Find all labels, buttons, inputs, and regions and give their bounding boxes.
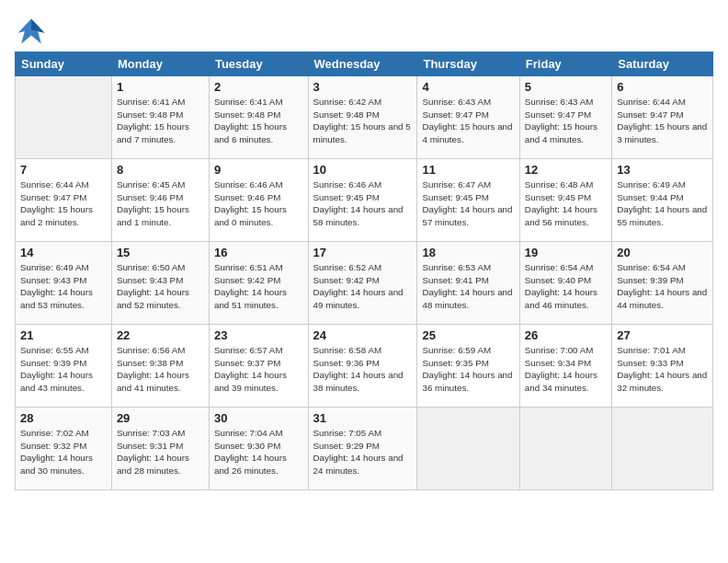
day-detail: Sunrise: 6:54 AMSunset: 9:40 PMDaylight:… xyxy=(525,261,607,312)
day-detail: Sunrise: 7:02 AMSunset: 9:32 PMDaylight:… xyxy=(20,427,107,477)
day-number: 15 xyxy=(117,246,204,259)
day-detail: Sunrise: 6:47 AMSunset: 9:45 PMDaylight:… xyxy=(422,178,514,229)
calendar-cell: 11 Sunrise: 6:47 AMSunset: 9:45 PMDaylig… xyxy=(417,159,519,242)
day-number: 6 xyxy=(617,80,708,94)
calendar-cell: 12 Sunrise: 6:48 AMSunset: 9:45 PMDaylig… xyxy=(519,159,611,242)
day-detail: Sunrise: 6:58 AMSunset: 9:36 PMDaylight:… xyxy=(313,344,413,395)
calendar-cell: 8 Sunrise: 6:45 AMSunset: 9:46 PMDayligh… xyxy=(111,159,209,242)
day-detail: Sunrise: 6:49 AMSunset: 9:43 PMDaylight:… xyxy=(20,261,107,312)
day-detail: Sunrise: 6:44 AMSunset: 9:47 PMDaylight:… xyxy=(20,178,107,229)
day-number: 16 xyxy=(214,246,303,259)
day-number: 20 xyxy=(617,246,708,259)
calendar-cell: 22 Sunrise: 6:56 AMSunset: 9:38 PMDaylig… xyxy=(111,325,209,408)
weekday-header: Friday xyxy=(519,52,611,76)
calendar-week-row: 14 Sunrise: 6:49 AMSunset: 9:43 PMDaylig… xyxy=(16,242,713,325)
day-number: 22 xyxy=(117,328,204,342)
day-number: 17 xyxy=(313,246,413,259)
calendar-cell: 7 Sunrise: 6:44 AMSunset: 9:47 PMDayligh… xyxy=(16,159,112,242)
day-detail: Sunrise: 7:03 AMSunset: 9:31 PMDaylight:… xyxy=(117,427,204,477)
calendar-cell: 25 Sunrise: 6:59 AMSunset: 9:35 PMDaylig… xyxy=(417,325,519,408)
day-number: 3 xyxy=(313,80,413,94)
calendar-cell: 1 Sunrise: 6:41 AMSunset: 9:48 PMDayligh… xyxy=(111,76,209,159)
calendar-week-row: 28 Sunrise: 7:02 AMSunset: 9:32 PMDaylig… xyxy=(16,408,713,490)
calendar-cell: 10 Sunrise: 6:46 AMSunset: 9:45 PMDaylig… xyxy=(308,159,417,242)
logo-icon xyxy=(15,15,48,48)
day-detail: Sunrise: 6:42 AMSunset: 9:48 PMDaylight:… xyxy=(313,96,413,146)
calendar-cell: 23 Sunrise: 6:57 AMSunset: 9:37 PMDaylig… xyxy=(209,325,308,408)
day-detail: Sunrise: 6:43 AMSunset: 9:47 PMDaylight:… xyxy=(525,96,607,146)
day-number: 13 xyxy=(617,163,708,177)
day-detail: Sunrise: 7:04 AMSunset: 9:30 PMDaylight:… xyxy=(214,427,303,477)
day-detail: Sunrise: 6:48 AMSunset: 9:45 PMDaylight:… xyxy=(525,178,607,229)
day-number: 9 xyxy=(214,163,303,177)
day-detail: Sunrise: 6:44 AMSunset: 9:47 PMDaylight:… xyxy=(617,96,708,146)
day-number: 28 xyxy=(20,411,107,425)
calendar-week-row: 7 Sunrise: 6:44 AMSunset: 9:47 PMDayligh… xyxy=(16,159,713,242)
calendar-cell: 4 Sunrise: 6:43 AMSunset: 9:47 PMDayligh… xyxy=(417,76,519,159)
calendar-cell: 5 Sunrise: 6:43 AMSunset: 9:47 PMDayligh… xyxy=(519,76,611,159)
calendar-cell: 18 Sunrise: 6:53 AMSunset: 9:41 PMDaylig… xyxy=(417,242,519,325)
weekday-header: Monday xyxy=(111,52,209,76)
day-number: 12 xyxy=(525,163,607,177)
page-header xyxy=(15,15,713,48)
day-number: 4 xyxy=(422,80,514,94)
day-number: 11 xyxy=(422,163,514,177)
day-number: 29 xyxy=(117,411,204,425)
calendar-cell: 3 Sunrise: 6:42 AMSunset: 9:48 PMDayligh… xyxy=(308,76,417,159)
day-detail: Sunrise: 6:51 AMSunset: 9:42 PMDaylight:… xyxy=(214,261,303,312)
day-number: 25 xyxy=(422,328,514,342)
calendar-cell: 29 Sunrise: 7:03 AMSunset: 9:31 PMDaylig… xyxy=(111,408,209,490)
calendar-week-row: 1 Sunrise: 6:41 AMSunset: 9:48 PMDayligh… xyxy=(16,76,713,159)
calendar-cell: 2 Sunrise: 6:41 AMSunset: 9:48 PMDayligh… xyxy=(209,76,308,159)
day-number: 8 xyxy=(117,163,204,177)
calendar-cell xyxy=(417,408,519,490)
day-detail: Sunrise: 6:53 AMSunset: 9:41 PMDaylight:… xyxy=(422,261,514,312)
day-number: 2 xyxy=(214,80,303,94)
calendar-cell: 13 Sunrise: 6:49 AMSunset: 9:44 PMDaylig… xyxy=(612,159,713,242)
logo xyxy=(15,15,53,48)
day-detail: Sunrise: 7:00 AMSunset: 9:34 PMDaylight:… xyxy=(525,344,607,395)
day-number: 31 xyxy=(313,411,413,425)
day-number: 14 xyxy=(20,246,107,259)
day-detail: Sunrise: 6:52 AMSunset: 9:42 PMDaylight:… xyxy=(313,261,413,312)
day-detail: Sunrise: 6:57 AMSunset: 9:37 PMDaylight:… xyxy=(214,344,303,395)
calendar-header: SundayMondayTuesdayWednesdayThursdayFrid… xyxy=(16,52,713,76)
calendar-cell: 20 Sunrise: 6:54 AMSunset: 9:39 PMDaylig… xyxy=(612,242,713,325)
weekday-header: Saturday xyxy=(612,52,713,76)
day-detail: Sunrise: 6:55 AMSunset: 9:39 PMDaylight:… xyxy=(20,344,107,395)
day-number: 24 xyxy=(313,328,413,342)
weekday-header: Tuesday xyxy=(209,52,308,76)
calendar-cell: 24 Sunrise: 6:58 AMSunset: 9:36 PMDaylig… xyxy=(308,325,417,408)
day-number: 1 xyxy=(117,80,204,94)
calendar-cell xyxy=(612,408,713,490)
day-detail: Sunrise: 6:41 AMSunset: 9:48 PMDaylight:… xyxy=(117,96,204,146)
day-detail: Sunrise: 7:05 AMSunset: 9:29 PMDaylight:… xyxy=(313,427,413,477)
calendar-week-row: 21 Sunrise: 6:55 AMSunset: 9:39 PMDaylig… xyxy=(16,325,713,408)
day-detail: Sunrise: 6:41 AMSunset: 9:48 PMDaylight:… xyxy=(214,96,303,146)
day-detail: Sunrise: 6:49 AMSunset: 9:44 PMDaylight:… xyxy=(617,178,708,229)
day-number: 26 xyxy=(525,328,607,342)
calendar-cell: 16 Sunrise: 6:51 AMSunset: 9:42 PMDaylig… xyxy=(209,242,308,325)
day-number: 19 xyxy=(525,246,607,259)
day-detail: Sunrise: 6:45 AMSunset: 9:46 PMDaylight:… xyxy=(117,178,204,229)
day-number: 5 xyxy=(525,80,607,94)
day-number: 21 xyxy=(20,328,107,342)
day-number: 18 xyxy=(422,246,514,259)
calendar-cell: 17 Sunrise: 6:52 AMSunset: 9:42 PMDaylig… xyxy=(308,242,417,325)
day-detail: Sunrise: 7:01 AMSunset: 9:33 PMDaylight:… xyxy=(617,344,708,395)
day-number: 30 xyxy=(214,411,303,425)
calendar-cell: 6 Sunrise: 6:44 AMSunset: 9:47 PMDayligh… xyxy=(612,76,713,159)
calendar-cell: 14 Sunrise: 6:49 AMSunset: 9:43 PMDaylig… xyxy=(16,242,112,325)
day-detail: Sunrise: 6:59 AMSunset: 9:35 PMDaylight:… xyxy=(422,344,514,395)
calendar-cell: 21 Sunrise: 6:55 AMSunset: 9:39 PMDaylig… xyxy=(16,325,112,408)
calendar-cell: 26 Sunrise: 7:00 AMSunset: 9:34 PMDaylig… xyxy=(519,325,611,408)
calendar-cell: 15 Sunrise: 6:50 AMSunset: 9:43 PMDaylig… xyxy=(111,242,209,325)
calendar-table: SundayMondayTuesdayWednesdayThursdayFrid… xyxy=(15,52,713,490)
calendar-cell: 30 Sunrise: 7:04 AMSunset: 9:30 PMDaylig… xyxy=(209,408,308,490)
calendar-cell: 31 Sunrise: 7:05 AMSunset: 9:29 PMDaylig… xyxy=(308,408,417,490)
calendar-cell xyxy=(16,76,112,159)
day-detail: Sunrise: 6:56 AMSunset: 9:38 PMDaylight:… xyxy=(117,344,204,395)
day-number: 23 xyxy=(214,328,303,342)
weekday-header: Sunday xyxy=(16,52,112,76)
weekday-header: Thursday xyxy=(417,52,519,76)
